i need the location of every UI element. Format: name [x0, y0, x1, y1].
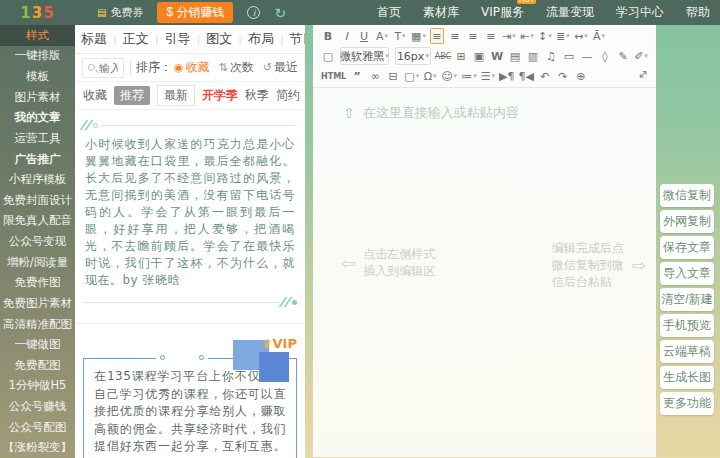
- filter-item[interactable]: 秋季: [245, 87, 269, 104]
- sidebar-item[interactable]: 小程序模板: [0, 169, 75, 190]
- underline-icon[interactable]: U: [357, 28, 371, 44]
- format-painter-icon[interactable]: ✐: [634, 48, 648, 64]
- sidebar-item[interactable]: 一键做图: [0, 334, 75, 355]
- sidebar-item[interactable]: 公众号赚钱: [0, 396, 75, 417]
- action-button[interactable]: 导入文章: [660, 262, 714, 285]
- nav-item[interactable]: 首页: [377, 4, 401, 21]
- logo-135[interactable]: 135: [0, 4, 75, 22]
- action-button[interactable]: 云端草稿: [660, 340, 714, 363]
- clear-format-icon[interactable]: ABC: [436, 48, 450, 64]
- search-box[interactable]: [82, 58, 124, 78]
- line-height-icon[interactable]: ↕: [538, 28, 552, 44]
- new-doc-icon[interactable]: ▢: [321, 48, 335, 64]
- sidebar-item[interactable]: 【涨粉裂变】: [0, 438, 75, 458]
- highlight-color-icon[interactable]: ▦: [411, 28, 426, 44]
- unordered-list-icon[interactable]: ☰: [481, 68, 495, 84]
- sidebar-item[interactable]: 模板: [0, 66, 75, 87]
- redo-icon[interactable]: ↷: [556, 68, 570, 84]
- sidebar-item[interactable]: 样式: [0, 25, 75, 46]
- word-import-icon[interactable]: W: [490, 48, 504, 64]
- action-button[interactable]: 清空/新建: [660, 288, 714, 311]
- video-icon[interactable]: ▭: [562, 48, 576, 64]
- html-icon[interactable]: HTML: [321, 68, 346, 84]
- style-tab[interactable]: 正文: [107, 30, 149, 48]
- style-item-vip-box[interactable]: ♛VIP 在135课程学习平台上你不仅可以自己学习优秀的课程，你还可以直接把优质…: [75, 358, 305, 458]
- filter-item[interactable]: 简约: [276, 87, 300, 104]
- table-icon[interactable]: ⊞: [454, 48, 468, 64]
- photo-icon[interactable]: ▥: [526, 48, 540, 64]
- font-family-select[interactable]: 微软雅黑: [340, 47, 389, 65]
- undo-icon[interactable]: ↶: [538, 68, 552, 84]
- align-center-icon[interactable]: ≡: [448, 28, 462, 44]
- sidebar-item[interactable]: 限免真人配音: [0, 211, 75, 232]
- distribution-earn-button[interactable]: $ 分销赚钱: [157, 2, 233, 23]
- gallery-icon[interactable]: ▤: [508, 48, 522, 64]
- action-button[interactable]: 更多功能: [660, 392, 714, 415]
- sidebar-item[interactable]: 公众号变现: [0, 231, 75, 252]
- italic-icon[interactable]: I: [339, 28, 353, 44]
- sidebar-item[interactable]: 增粉/阅读量: [0, 252, 75, 273]
- style-tab[interactable]: 布局: [232, 30, 274, 48]
- bold-icon[interactable]: B: [321, 28, 335, 44]
- emoji-icon[interactable]: ☺: [441, 68, 457, 84]
- quote-icon[interactable]: ”: [350, 68, 364, 84]
- action-button[interactable]: 保存文章: [660, 236, 714, 259]
- free-coupon-link[interactable]: ▤ 免费券: [97, 5, 143, 20]
- image-icon[interactable]: ▣: [472, 48, 486, 64]
- section-icon[interactable]: ⊟: [386, 68, 400, 84]
- refresh-icon[interactable]: ↻: [274, 5, 286, 21]
- special-char-icon[interactable]: Ω: [423, 68, 437, 84]
- style-tab[interactable]: 节日行业: [274, 30, 305, 48]
- sort-count[interactable]: ⇅次数: [219, 59, 254, 76]
- action-button[interactable]: 手机预览: [660, 314, 714, 337]
- link-icon[interactable]: ∞: [368, 68, 382, 84]
- sidebar-item[interactable]: 1分钟做H5: [0, 376, 75, 397]
- sidebar-item[interactable]: 图片素材: [0, 87, 75, 108]
- sidebar-item[interactable]: 一键排版: [0, 46, 75, 67]
- filter-item[interactable]: 收藏: [83, 87, 107, 104]
- style-tab[interactable]: 引导: [149, 30, 191, 48]
- align-left-icon[interactable]: ≡: [430, 28, 444, 44]
- filter-item[interactable]: 最新: [157, 85, 195, 106]
- align-right-icon[interactable]: ≡: [466, 28, 480, 44]
- align-justify-icon[interactable]: ≡: [484, 28, 498, 44]
- sidebar-item[interactable]: 免费配图: [0, 355, 75, 376]
- rtl-icon[interactable]: ¶◀: [519, 68, 534, 84]
- find-icon[interactable]: ⊕: [574, 68, 588, 84]
- font-color-icon[interactable]: A: [375, 28, 389, 44]
- action-button[interactable]: 微信复制: [660, 184, 714, 207]
- style-item-quote[interactable]: 小时候收到人家送的巧克力总是小心翼翼地藏在口袋里，最后全都融化。长大后见多了不经…: [75, 110, 305, 315]
- nav-item[interactable]: VIP服务HOT: [481, 4, 524, 21]
- sidebar-item[interactable]: 运营工具: [0, 128, 75, 149]
- template-icon[interactable]: ▢: [404, 68, 419, 84]
- letter-spacing-icon[interactable]: ↔: [574, 28, 588, 44]
- search-input[interactable]: [99, 62, 118, 74]
- outdent-icon[interactable]: ⇤: [520, 28, 534, 44]
- style-tab[interactable]: 标题: [81, 30, 107, 48]
- editor-canvas[interactable]: ⇧ 在这里直接输入或粘贴内容 ⇦ 点击左侧样式插入到编辑区 编辑完成后点微信复制…: [313, 88, 656, 457]
- filter-item[interactable]: 开学季: [202, 87, 238, 104]
- sidebar-item[interactable]: 公众号配图: [0, 417, 75, 438]
- info-icon[interactable]: i: [247, 6, 260, 19]
- paragraph-spacing-icon[interactable]: ≣: [556, 28, 570, 44]
- nav-item[interactable]: 帮助: [686, 4, 710, 21]
- horizontal-rule-icon[interactable]: —: [580, 48, 594, 64]
- nav-item[interactable]: 素材库: [423, 4, 459, 21]
- sidebar-item[interactable]: 免费作图: [0, 273, 75, 294]
- brush-icon[interactable]: ✎: [616, 48, 630, 64]
- action-button[interactable]: 外网复制: [660, 210, 714, 233]
- sidebar-item[interactable]: 高清精准配图: [0, 314, 75, 335]
- sidebar-item[interactable]: 我的文章: [0, 108, 75, 129]
- ltr-icon[interactable]: ▶¶: [499, 68, 514, 84]
- indent-icon[interactable]: ⇥: [502, 28, 516, 44]
- sidebar-item[interactable]: 免费封面设计: [0, 190, 75, 211]
- nav-item[interactable]: 学习中心: [616, 4, 664, 21]
- text-case-icon[interactable]: Ā: [592, 28, 606, 44]
- text-style-icon[interactable]: T: [393, 28, 407, 44]
- style-tab[interactable]: 图文: [190, 30, 232, 48]
- eraser-icon[interactable]: ◊: [598, 48, 612, 64]
- sidebar-item[interactable]: 广告推广: [0, 149, 75, 170]
- sidebar-item[interactable]: 免费图片素材: [0, 293, 75, 314]
- font-size-select[interactable]: 16px: [395, 47, 431, 65]
- music-icon[interactable]: ♫: [544, 48, 558, 64]
